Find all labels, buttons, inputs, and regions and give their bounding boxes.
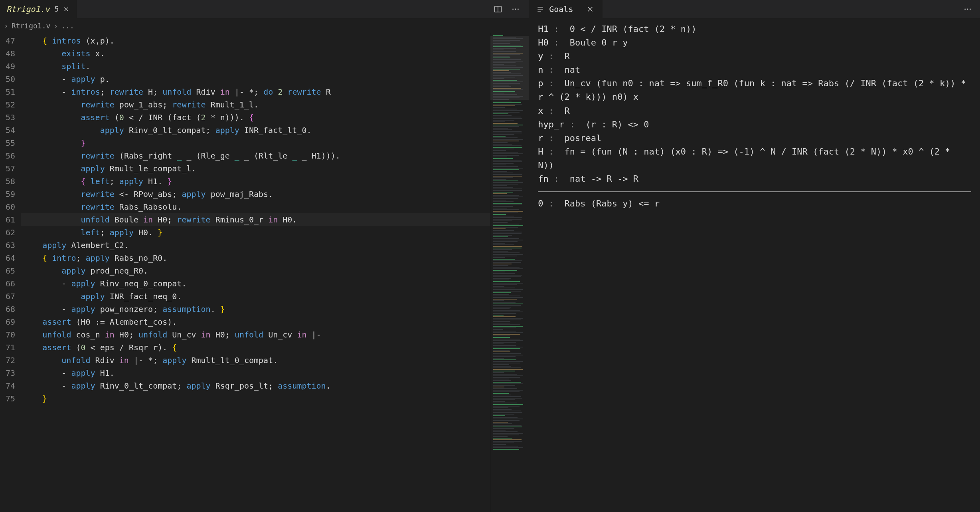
more-icon[interactable] — [510, 4, 521, 14]
code-line[interactable]: } — [21, 392, 490, 405]
goals-tabbar: Goals — [529, 0, 980, 18]
code-line[interactable]: } — [21, 137, 490, 149]
line-number: 70 — [0, 328, 15, 341]
breadcrumb-file: Rtrigo1.v — [12, 22, 51, 30]
svg-point-4 — [964, 8, 966, 10]
line-number-gutter: 4748495051525354555657585960616263646566… — [0, 33, 21, 512]
hypothesis-row: H : fn = (fun (N : nat) (x0 : R) => (-1)… — [538, 145, 971, 172]
split-editor-icon[interactable] — [493, 4, 503, 14]
tab-goals[interactable]: Goals — [529, 0, 603, 18]
line-number: 47 — [0, 34, 15, 47]
goal-separator — [538, 191, 971, 192]
chevron-right-icon: › — [4, 22, 8, 30]
tab-dirty-badge: 5 — [54, 5, 59, 13]
line-number: 60 — [0, 200, 15, 213]
goals-tab-title: Goals — [549, 4, 573, 14]
line-number: 57 — [0, 162, 15, 175]
line-number: 51 — [0, 85, 15, 98]
line-number: 62 — [0, 226, 15, 239]
line-number: 65 — [0, 264, 15, 277]
hypothesis-row: p : Un_cv (fun n0 : nat => sum_f_R0 (fun… — [538, 77, 971, 104]
breadcrumb[interactable]: › Rtrigo1.v › ... — [0, 18, 529, 33]
line-number: 56 — [0, 149, 15, 162]
split-container: Rtrigo1.v 5 › — [0, 0, 980, 512]
line-number: 59 — [0, 188, 15, 200]
breadcrumb-rest: ... — [61, 22, 74, 30]
svg-point-6 — [970, 8, 971, 10]
code-line[interactable]: split. — [21, 60, 490, 73]
code-line[interactable]: unfold Rdiv in |- *; apply Rmult_lt_0_co… — [21, 354, 490, 367]
code-line[interactable]: { intros (x,p). — [21, 34, 490, 47]
code-line[interactable]: rewrite Rabs_Rabsolu. — [21, 200, 490, 213]
code-line[interactable]: apply Alembert_C2. — [21, 239, 490, 252]
hypothesis-row: H0 : Boule 0 r y — [538, 36, 971, 50]
line-number: 52 — [0, 98, 15, 111]
close-icon[interactable] — [585, 4, 595, 14]
code-line[interactable]: unfold cos_n in H0; unfold Un_cv in H0; … — [21, 328, 490, 341]
code-line[interactable]: unfold Boule in H0; rewrite Rminus_0_r i… — [21, 213, 490, 226]
line-number: 66 — [0, 277, 15, 290]
code-line[interactable]: exists x. — [21, 47, 490, 60]
code-line[interactable]: - apply Rinv_0_lt_compat; apply Rsqr_pos… — [21, 379, 490, 392]
line-number: 54 — [0, 124, 15, 137]
code-line[interactable]: apply Rinv_0_lt_compat; apply INR_fact_l… — [21, 124, 490, 137]
code-line[interactable]: assert (0 < eps / Rsqr r). { — [21, 341, 490, 354]
hypothesis-row: n : nat — [538, 63, 971, 77]
line-number: 55 — [0, 137, 15, 149]
editor-body[interactable]: 4748495051525354555657585960616263646566… — [0, 33, 529, 512]
code-line[interactable]: - apply pow_nonzero; assumption. } — [21, 303, 490, 316]
hypothesis-row: fn : nat -> R -> R — [538, 172, 971, 186]
code-area[interactable]: { intros (x,p). exists x. split. - apply… — [21, 33, 490, 512]
code-line[interactable]: rewrite <- RPow_abs; apply pow_maj_Rabs. — [21, 188, 490, 200]
line-number: 61 — [0, 213, 15, 226]
more-icon[interactable] — [962, 4, 973, 14]
tab-rtrigo1[interactable]: Rtrigo1.v 5 — [0, 0, 77, 18]
line-number: 69 — [0, 316, 15, 328]
svg-point-5 — [967, 8, 968, 10]
tab-title: Rtrigo1.v — [6, 4, 49, 14]
code-line[interactable]: left; apply H0. } — [21, 226, 490, 239]
hypothesis-row: H1 : 0 < / INR (fact (2 * n)) — [538, 22, 971, 36]
line-number: 48 — [0, 47, 15, 60]
line-number: 75 — [0, 392, 15, 405]
code-line[interactable]: - apply p. — [21, 73, 490, 85]
line-number: 72 — [0, 354, 15, 367]
code-line[interactable]: rewrite pow_1_abs; rewrite Rmult_1_l. — [21, 98, 490, 111]
code-line[interactable]: assert (H0 := Alembert_cos). — [21, 316, 490, 328]
code-line[interactable]: - apply Rinv_neq_0_compat. — [21, 277, 490, 290]
line-number: 67 — [0, 290, 15, 303]
svg-point-2 — [515, 8, 516, 10]
goal-row: 0 : Rabs (Rabs y) <= r — [538, 197, 971, 210]
editor-pane: Rtrigo1.v 5 › — [0, 0, 529, 512]
close-icon[interactable] — [63, 6, 70, 13]
goals-body[interactable]: H1 : 0 < / INR (fact (2 * n))H0 : Boule … — [529, 18, 980, 512]
line-number: 49 — [0, 60, 15, 73]
editor-tabbar: Rtrigo1.v 5 — [0, 0, 529, 18]
hypothesis-row: hyp_r : (r : R) <> 0 — [538, 118, 971, 131]
code-line[interactable]: apply INR_fact_neq_0. — [21, 290, 490, 303]
code-line[interactable]: { intro; apply Rabs_no_R0. — [21, 252, 490, 264]
list-icon — [536, 5, 544, 13]
minimap-slider[interactable] — [490, 36, 529, 100]
goals-pane: Goals H1 : 0 < / INR (fact (2 * n))H0 : … — [529, 0, 980, 512]
code-line[interactable]: - intros; rewrite H; unfold Rdiv in |- *… — [21, 85, 490, 98]
code-line[interactable]: apply Rmult_le_compat_l. — [21, 162, 490, 175]
line-number: 68 — [0, 303, 15, 316]
code-line[interactable]: apply prod_neq_R0. — [21, 264, 490, 277]
line-number: 74 — [0, 379, 15, 392]
hypothesis-row: x : R — [538, 104, 971, 118]
line-number: 73 — [0, 367, 15, 379]
line-number: 58 — [0, 175, 15, 188]
code-line[interactable]: assert (0 < / INR (fact (2 * n))). { — [21, 111, 490, 124]
line-number: 64 — [0, 252, 15, 264]
minimap[interactable] — [490, 33, 529, 512]
svg-point-1 — [512, 8, 514, 10]
line-number: 50 — [0, 73, 15, 85]
hypothesis-row: y : R — [538, 50, 971, 63]
line-number: 63 — [0, 239, 15, 252]
code-line[interactable]: { left; apply H1. } — [21, 175, 490, 188]
workbench: Rtrigo1.v 5 › — [0, 0, 980, 512]
code-line[interactable]: rewrite (Rabs_right _ _ (Rle_ge _ _ (Rlt… — [21, 149, 490, 162]
svg-point-3 — [518, 8, 519, 10]
code-line[interactable]: - apply H1. — [21, 367, 490, 379]
